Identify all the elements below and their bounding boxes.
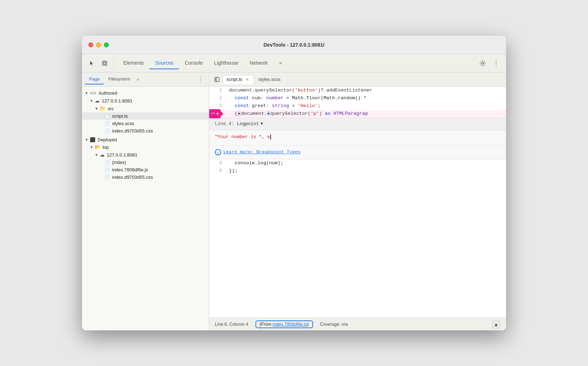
tree-localhost-deployed[interactable]: ▼ ☁ 127.0.0.1:8081: [82, 151, 209, 159]
traffic-lights: [88, 42, 109, 47]
tree-arrow-localhost2: ▼: [95, 153, 100, 157]
line-num-3: 3: [209, 102, 226, 110]
tab-more[interactable]: »: [274, 57, 288, 69]
cursor-caret: [270, 135, 271, 140]
code-content-4: (▸document.▸querySelector('p') as HTMLPa…: [226, 110, 506, 118]
settings-icon[interactable]: [477, 58, 488, 69]
panel-options-icon[interactable]: ⋮: [195, 75, 206, 84]
tree-label-styles-scss: styles.scss: [112, 121, 134, 126]
logpoint-type[interactable]: Logpoint ▼: [237, 120, 263, 128]
cursor-icon[interactable]: [86, 58, 98, 69]
learn-more-link[interactable]: → Learn more: Breakpoint Types: [215, 148, 500, 156]
tree-top[interactable]: ▼ 📂 top: [82, 143, 209, 151]
css-icon-authored: 📄: [105, 129, 110, 134]
code-line-5: 5 console.log(num);: [209, 159, 506, 167]
collapse-sidebar-button[interactable]: [212, 75, 222, 84]
main-content: Page Filesystem » ⋮ ▼ </> Authored ▼ ☁ 1…: [82, 72, 506, 330]
tab-filesystem[interactable]: Filesystem: [104, 74, 134, 84]
tree-label-top: top: [102, 144, 109, 150]
left-panel: Page Filesystem » ⋮ ▼ </> Authored ▼ ☁ 1…: [82, 72, 209, 330]
tree-label-authored: Authored: [99, 90, 117, 96]
status-from-file-link[interactable]: index.7808df6e.js: [272, 322, 307, 327]
tree-arrow-src: ▼: [95, 107, 100, 111]
tree-label-index-css: index.d9703d55.css: [112, 128, 153, 134]
learn-more-text: Learn more: Breakpoint Types: [223, 148, 300, 156]
tree-label-src: src: [108, 106, 114, 111]
toolbar-divider: [114, 59, 114, 67]
logpoint-arrow: [220, 111, 223, 117]
code-line-1: 1 document.querySelector('button')?.addE…: [209, 87, 506, 94]
tree-authored[interactable]: ▼ </> Authored: [82, 89, 209, 97]
logpoint-dots-icon: ••: [211, 110, 215, 118]
close-button[interactable]: [88, 42, 93, 47]
tree-label-index-js: index.7808df6e.js: [112, 167, 148, 172]
tree-index-js[interactable]: ▶ 📄 index.7808df6e.js: [82, 166, 209, 173]
deployed-icon: ⬛: [90, 137, 95, 142]
code-lines: 1 document.querySelector('button')?.addE…: [209, 87, 506, 318]
logpoint-type-label: Logpoint: [237, 120, 259, 128]
tab-network[interactable]: Network: [244, 57, 274, 69]
minimize-button[interactable]: [96, 42, 101, 47]
tree-arrow-top: ▼: [90, 145, 95, 149]
tree-index-css[interactable]: ▶ 📄 index.d9703d55.css: [82, 127, 209, 135]
tree-label-index-css2: index.d9703d55.css: [112, 175, 153, 180]
svg-rect-3: [215, 77, 219, 82]
fullscreen-button[interactable]: [104, 42, 109, 47]
tree-label-deployed: Deployed: [98, 137, 117, 142]
css-icon-deployed: 📄: [105, 175, 110, 180]
svg-point-2: [482, 62, 484, 64]
toolbar: Elements Sources Console Lighthouse Netw…: [82, 54, 506, 72]
status-arrow-button[interactable]: ▲: [492, 320, 500, 329]
tree-index-html[interactable]: ▶ 📄 (index): [82, 159, 209, 166]
tab-console[interactable]: Console: [179, 57, 208, 69]
logpoint-type-chevron: ▼: [260, 120, 263, 128]
tree-src[interactable]: ▼ 📁 src: [82, 105, 209, 112]
file-tree: ▼ </> Authored ▼ ☁ 127.0.0.1:8081 ▼ 📁 sr…: [82, 87, 209, 330]
tree-styles-scss[interactable]: ▶ 📄 styles.scss: [82, 120, 209, 127]
devtools-window: DevTools - 127.0.0.1:8081/ Elements Sour…: [82, 36, 506, 330]
folder-outline-icon: 📂: [95, 144, 100, 150]
status-right: ▲: [492, 320, 500, 329]
tree-localhost-authored[interactable]: ▼ ☁ 127.0.0.1:8081: [82, 97, 209, 105]
logpoint-input-value: "Your number is ", e: [215, 134, 270, 140]
code-editor[interactable]: 1 document.querySelector('button')?.addE…: [209, 87, 506, 318]
close-tab-script[interactable]: ×: [245, 77, 250, 82]
editor-tab-styles-scss[interactable]: styles.scss: [255, 75, 284, 83]
status-from-badge[interactable]: (From index.7808df6e.js): [255, 320, 313, 328]
tree-label-localhost-deployed: 127.0.0.1:8081: [107, 152, 137, 158]
editor-panel: script.ts × styles.scss 1 document.query…: [209, 72, 506, 330]
code-content-3: const greet: string = 'Hello';: [226, 102, 506, 110]
code-icon: </>: [90, 90, 96, 96]
folder-icon-src: 📁: [100, 106, 106, 111]
tab-sources[interactable]: Sources: [149, 57, 179, 69]
more-options-icon[interactable]: ⋮: [490, 58, 502, 69]
inspect-icon[interactable]: [99, 58, 110, 69]
tree-label-index: (index): [112, 160, 126, 165]
code-content-2: const num: number = Math.floor(Math.rand…: [226, 94, 506, 102]
logpoint-header: Line 4: Logpoint ▼: [209, 118, 506, 130]
tree-arrow-deployed: ▼: [85, 138, 90, 142]
code-content-1: document.querySelector('button')?.addEve…: [226, 87, 506, 94]
scss-icon: 📄: [105, 121, 110, 126]
window-title: DevTools - 127.0.0.1:8081/: [264, 42, 325, 48]
panel-tabs: Page Filesystem » ⋮: [82, 72, 209, 87]
tab-elements[interactable]: Elements: [118, 57, 149, 69]
cloud-icon-authored: ☁: [95, 98, 100, 104]
tree-deployed[interactable]: ▼ ⬛ Deployed: [82, 136, 209, 143]
logpoint-num: 4: [216, 110, 219, 118]
tab-lighthouse[interactable]: Lighthouse: [208, 57, 244, 69]
status-from-label: From: [261, 322, 273, 327]
status-position: Line 6, Column 4: [215, 322, 248, 327]
tab-page[interactable]: Page: [85, 74, 104, 84]
tree-index-css2[interactable]: ▶ 📄 index.d9703d55.css: [82, 173, 209, 181]
editor-tab-label-script: script.ts: [227, 77, 242, 82]
tree-script-ts[interactable]: ▶ 📄 script.ts: [82, 112, 209, 120]
bp-marker-1: ▸: [237, 111, 241, 116]
tab-more-left[interactable]: »: [135, 75, 141, 83]
tree-arrow-localhost1: ▼: [90, 99, 95, 103]
bp-marker-2: ▸: [267, 111, 270, 116]
line-num-5: 5: [209, 159, 226, 167]
logpoint-learn-more: → Learn more: Breakpoint Types: [209, 145, 506, 159]
editor-tab-script-ts[interactable]: script.ts ×: [223, 75, 254, 84]
logpoint-input[interactable]: "Your number is ", e: [209, 130, 506, 145]
